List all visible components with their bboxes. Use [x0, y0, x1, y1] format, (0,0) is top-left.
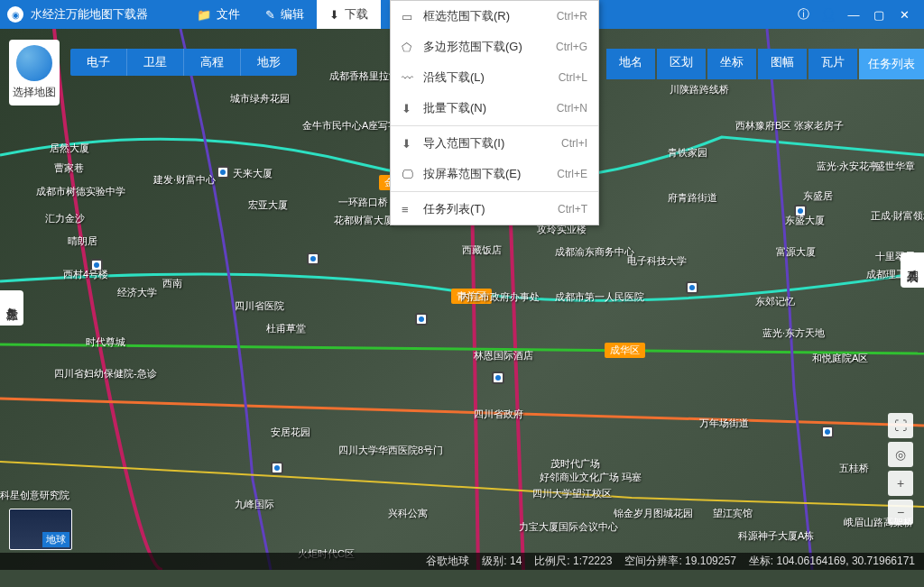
map-label: 富源大厦: [776, 245, 816, 259]
map-label: 内江市政府办事处: [460, 290, 540, 304]
map-label: 经济大学: [117, 286, 157, 299]
menu-file[interactable]: 📁文件: [184, 0, 253, 29]
map-label: 四川大学望江校区: [532, 487, 612, 500]
zoom-controls: ⛶ ◎ + −: [888, 413, 913, 525]
dropdown-item-label: 沿线下载(L): [423, 69, 559, 86]
map-label: 林恩国际酒店: [474, 349, 533, 362]
tab-placename[interactable]: 地名: [606, 49, 655, 79]
dropdown-item-shortcut: Ctrl+T: [558, 203, 587, 216]
dropdown-item[interactable]: ▭框选范围下载(R)Ctrl+R: [391, 1, 598, 32]
map-tab-satellite[interactable]: 卫星: [127, 49, 184, 76]
dropdown-item-shortcut: Ctrl+I: [561, 137, 587, 150]
map-label: 九峰国际: [235, 498, 274, 511]
close-button[interactable]: ✕: [892, 0, 917, 29]
map-label: 青铁家园: [668, 146, 707, 160]
info-icon[interactable]: ⓘ: [790, 0, 816, 29]
map-tab-terrain[interactable]: 地形: [241, 49, 297, 76]
map-label: 西藏饭店: [462, 243, 502, 257]
globe-icon: [16, 45, 52, 81]
dropdown-item-shortcut: Ctrl+L: [559, 71, 587, 84]
map-label: 西村4号楼: [63, 268, 108, 281]
window-controls: ⓘ 👤 — ▢ ✕: [790, 0, 917, 29]
tab-sheet[interactable]: 图幅: [758, 49, 807, 79]
map-label: 和悦庭院A区: [812, 352, 868, 365]
district-badge-chenghua: 成华区: [605, 343, 645, 358]
map-label: 晴朗居: [68, 234, 97, 248]
status-lat: 30.71966171: [852, 555, 915, 567]
dropdown-item[interactable]: ≡任务列表(T)Ctrl+T: [391, 194, 598, 225]
metro-station-icon: [307, 252, 319, 265]
map-tab-elevation[interactable]: 高程: [184, 49, 241, 76]
map-tab-electronic[interactable]: 电子: [70, 49, 127, 76]
side-tab-vector-annotation[interactable]: 矢量标注 ▸: [0, 290, 23, 326]
map-label: 东盛居: [803, 189, 833, 203]
download-dropdown: ▭框选范围下载(R)Ctrl+R⬠多边形范围下载(G)Ctrl+G〰沿线下载(L…: [390, 0, 599, 225]
chevron-left-icon: ◂: [906, 265, 919, 279]
map-label: 西南: [162, 277, 182, 290]
dropdown-item[interactable]: 🖵按屏幕范围下载(E)Ctrl+E: [391, 159, 598, 189]
map-label: 万年场街道: [699, 417, 749, 430]
dropdown-item[interactable]: ⬠多边形范围下载(G)Ctrl+G: [391, 32, 598, 62]
fullscreen-button[interactable]: ⛶: [888, 413, 913, 438]
menu-download[interactable]: ⬇下载: [317, 0, 381, 29]
map-label: 望江宾馆: [713, 507, 753, 520]
tab-task-list[interactable]: 任务列表: [859, 49, 924, 79]
metro-station-icon: [492, 371, 504, 384]
zoom-in-button[interactable]: +: [888, 471, 913, 496]
status-source: 谷歌地球: [426, 554, 469, 569]
maximize-button[interactable]: ▢: [866, 0, 892, 29]
map-label: 好邻商业文化广场 玛塞: [540, 471, 642, 484]
locate-button[interactable]: ◎: [888, 442, 913, 467]
map-label: 力宝大厦国际会议中心: [519, 520, 618, 534]
map-label: 建发·财富中心: [153, 173, 216, 187]
tab-tile[interactable]: 瓦片: [808, 49, 857, 79]
metro-station-icon: [821, 426, 834, 438]
download-icon: ⬇: [329, 8, 339, 22]
map-label: 东盛大厦: [785, 214, 825, 227]
dropdown-item[interactable]: ⬇批量下载(N)Ctrl+N: [391, 93, 598, 124]
zoom-out-button[interactable]: −: [888, 500, 913, 525]
menu-edit[interactable]: ✎编辑: [253, 0, 317, 29]
dropdown-item-icon: 〰: [402, 71, 416, 85]
dropdown-item-shortcut: Ctrl+G: [556, 41, 587, 53]
map-label: 茂时代广场: [550, 457, 600, 471]
user-icon[interactable]: 👤: [816, 0, 841, 29]
dropdown-item-label: 批量下载(N): [423, 100, 557, 116]
map-label: 天来大厦: [233, 167, 273, 180]
dropdown-item[interactable]: ⬇导入范围下载(I)Ctrl+I: [391, 128, 598, 159]
tab-coords[interactable]: 坐标: [707, 49, 756, 79]
map-label: 科源神子大厦A栋: [738, 529, 814, 543]
status-resolution: 19.109257: [685, 555, 736, 567]
statusbar: 谷歌地球 级别: 14 比例尺: 1:72223 空间分辨率: 19.10925…: [0, 553, 924, 570]
map-label: 川陕路跨线桥: [670, 83, 729, 96]
dropdown-item-label: 导入范围下载(I): [423, 135, 561, 151]
metro-station-icon: [271, 462, 283, 474]
map-label: 杜甫草堂: [266, 322, 306, 335]
earth-thumbnail[interactable]: 地球: [9, 509, 72, 550]
status-lon: 104.06164169: [777, 555, 846, 567]
app-logo: ◉: [7, 6, 23, 23]
dropdown-item[interactable]: 〰沿线下载(L)Ctrl+L: [391, 62, 598, 93]
map-label: 四川省政府: [474, 408, 523, 421]
map-label: 电子科技大学: [627, 254, 687, 268]
status-level: 14: [510, 555, 522, 567]
map-label: 汇力金沙: [45, 212, 85, 225]
dropdown-item-icon: ≡: [402, 203, 416, 216]
dropdown-item-label: 框选范围下载(R): [423, 8, 557, 24]
map-label: 居然大厦: [50, 142, 89, 155]
earth-thumb-label: 地球: [42, 532, 69, 547]
map-label: 曹家巷: [54, 161, 84, 175]
map-label: 四川省妇幼保健院-急诊: [54, 367, 157, 381]
map-label: 成都市第一人民医院: [555, 290, 644, 304]
dropdown-item-shortcut: Ctrl+R: [557, 10, 587, 23]
map-label: 四川省医院: [235, 299, 284, 313]
minimize-button[interactable]: —: [841, 0, 866, 29]
dropdown-item-icon: ▭: [402, 10, 416, 23]
side-tab-tool-list[interactable]: 工具列表 ◂: [901, 252, 924, 288]
chevron-right-icon: ▸: [5, 303, 19, 316]
dropdown-item-icon: ⬠: [402, 41, 416, 54]
map-source-selector[interactable]: 选择地图: [9, 40, 60, 105]
tab-division[interactable]: 区划: [657, 49, 706, 79]
dropdown-item-shortcut: Ctrl+N: [557, 102, 587, 115]
map-label: 科星创意研究院: [0, 489, 69, 502]
